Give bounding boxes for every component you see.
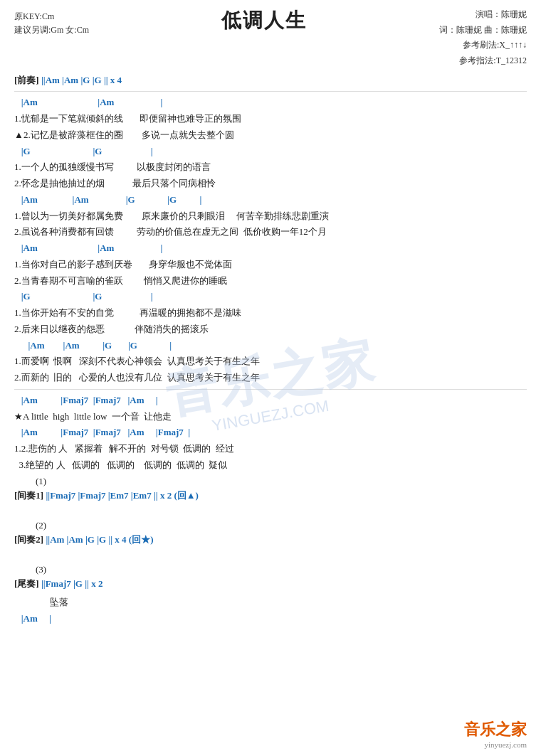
header-title: 低调人生: [89, 7, 439, 34]
footer-logo-en: yinyuezj.com: [464, 740, 527, 749]
header-left: 原KEY:Cm 建议另调:Gm 女:Cm: [14, 7, 89, 37]
intro-chords: ||Am |Am |G |G || x 4: [41, 75, 122, 85]
ending-content: 坠落 |Am |: [14, 595, 527, 627]
section-1: (1): [14, 474, 527, 489]
footer-logo: 音乐之家 yinyuezj.com: [464, 719, 527, 749]
suggested-key: 建议另调:Gm 女:Cm: [14, 23, 89, 37]
interlude-1-line: [间奏1] ||Fmaj7 |Fmaj7 |Em7 |Em7 || x 2 (回…: [14, 489, 527, 502]
strum-pattern: 参考刷法:X_↑↑↑↓: [439, 38, 527, 53]
outro-line: [尾奏] ||Fmaj7 |G || x 2: [14, 577, 527, 590]
intro-label: [前奏]: [14, 75, 39, 85]
intro-line: [前奏] ||Am |Am |G |G || x 4: [14, 74, 527, 87]
song-title: 低调人生: [89, 7, 439, 34]
outro-chords: ||Fmaj7 |G || x 2: [41, 578, 103, 589]
section-3: (3): [14, 562, 527, 577]
sheet-content: |Am |Am | 1.忧郁是一下笔就倾斜的线 即便留神也难导正的氛围 ▲2.记…: [14, 95, 527, 386]
interlude1-label: [间奏1]: [14, 490, 43, 501]
singer: 演唱：陈珊妮: [439, 7, 527, 23]
interlude1-chords: ||Fmaj7 |Fmaj7 |Em7 |Em7 || x 2 (回▲): [46, 490, 199, 501]
section-2: (2): [14, 518, 527, 533]
interlude2-label: [间奏2]: [14, 534, 43, 545]
finger-pattern: 参考指法:T_12312: [439, 53, 527, 69]
footer-logo-cn: 音乐之家: [464, 719, 527, 740]
interlude-2-line: [间奏2] ||Am |Am |G |G || x 4 (回★): [14, 533, 527, 546]
original-key: 原KEY:Cm: [14, 10, 89, 23]
interlude2-chords: ||Am |Am |G |G || x 4 (回★): [46, 534, 153, 545]
header: 原KEY:Cm 建议另调:Gm 女:Cm 低调人生 演唱：陈珊妮 词：陈珊妮 曲…: [14, 7, 527, 68]
outro-label: [尾奏]: [14, 578, 39, 589]
chorus-content: |Am |Fmaj7 |Fmaj7 |Am | ★A little high l…: [14, 393, 527, 474]
header-right: 演唱：陈珊妮 词：陈珊妮 曲：陈珊妮 参考刷法:X_↑↑↑↓ 参考指法:T_12…: [439, 7, 527, 68]
page: 音乐之家 YINGUEZJ.COM 原KEY:Cm 建议另调:Gm 女:Cm 低…: [0, 0, 541, 756]
lyrics-by: 词：陈珊妮 曲：陈珊妮: [439, 23, 527, 38]
